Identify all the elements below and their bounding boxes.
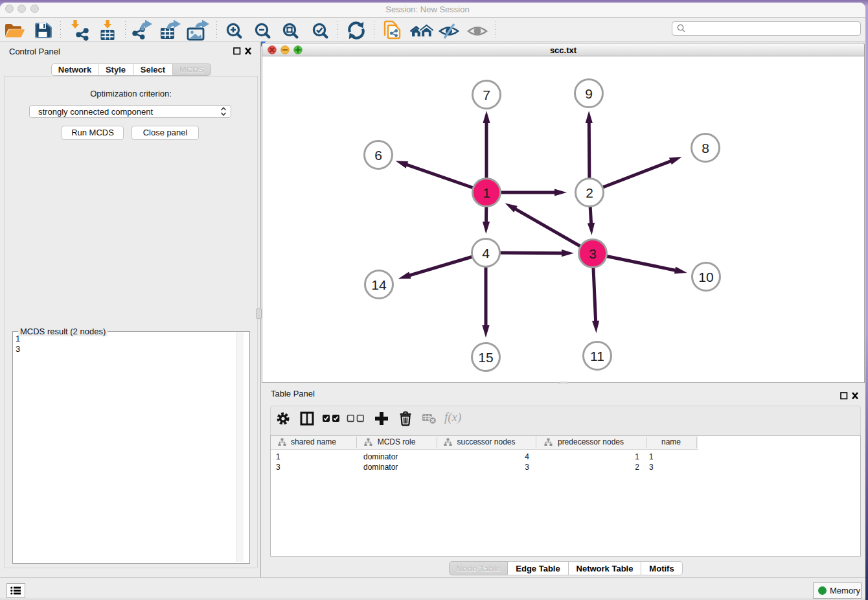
svg-text:6: 6 [374,148,382,163]
svg-text:1: 1 [483,185,490,200]
svg-text:2: 2 [586,185,593,200]
svg-text:10: 10 [698,270,713,284]
svg-text:15: 15 [478,350,493,365]
svg-text:8: 8 [702,141,709,156]
svg-text:4: 4 [482,246,490,260]
svg-text:11: 11 [590,349,604,363]
svg-text:14: 14 [371,277,387,292]
svg-text:3: 3 [589,246,597,261]
svg-text:7: 7 [483,87,490,102]
svg-text:9: 9 [585,86,593,101]
